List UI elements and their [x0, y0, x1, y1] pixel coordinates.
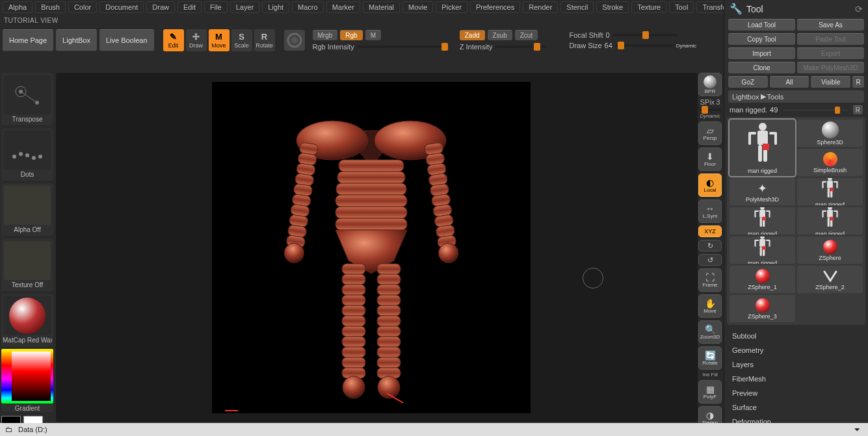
menu-tool[interactable]: Tool	[669, 1, 694, 13]
menu-render[interactable]: Render	[523, 1, 558, 13]
menu-picker[interactable]: Picker	[436, 1, 467, 13]
refresh-icon[interactable]: ⟳	[855, 4, 863, 14]
polyf-button[interactable]: ▦PolyF	[698, 380, 722, 404]
zoom3d-button[interactable]: 🔍Zoom3D	[698, 320, 722, 344]
menu-macro[interactable]: Macro	[292, 1, 324, 13]
live-boolean-button[interactable]: Live Boolean	[99, 29, 154, 51]
lsym-button[interactable]: ↔L.Sym	[698, 199, 722, 223]
lightbox-tools-bar[interactable]: Lightbox ▶ Tools	[728, 90, 864, 103]
section-layers[interactable]: Layers	[724, 357, 868, 372]
floor-button[interactable]: ⬇Floor	[698, 147, 722, 171]
export-button[interactable]: Export	[797, 47, 864, 59]
save-as-button[interactable]: Save As	[797, 19, 864, 31]
section-preview[interactable]: Preview	[724, 386, 868, 400]
section-subtool[interactable]: Subtool	[724, 329, 868, 343]
spix-slider[interactable]	[699, 109, 721, 111]
tool-zsphere_3[interactable]: ZSphere_3	[730, 295, 795, 322]
r-button[interactable]: R	[852, 76, 864, 88]
menu-movie[interactable]: Movie	[402, 1, 433, 13]
home-page-button[interactable]: Home Page	[3, 29, 53, 51]
material-tray[interactable]: MatCap Red Wax	[1, 294, 53, 346]
persp-button[interactable]: ▱Persp	[698, 122, 722, 145]
copy-tool-button[interactable]: Copy Tool	[728, 33, 795, 45]
viewport[interactable]	[56, 73, 698, 422]
tool-sphere3d[interactable]: Sphere3D	[797, 120, 863, 147]
tool-man-rigged[interactable]: man rigged	[797, 178, 863, 205]
move-mode-button[interactable]: MMove	[209, 29, 230, 51]
lightbox-button[interactable]: LightBox	[56, 29, 97, 51]
dropdown-icon[interactable]: ⏷	[851, 426, 863, 433]
load-tool-button[interactable]: Load Tool	[728, 19, 795, 31]
tool-zsphere_2[interactable]: ZSphere_2	[797, 266, 863, 293]
draw-mode-button[interactable]: ✢Draw	[186, 29, 207, 51]
menu-stroke[interactable]: Stroke	[596, 1, 629, 13]
zcut-button[interactable]: Zcut	[515, 30, 538, 40]
m-button[interactable]: M	[365, 30, 381, 40]
dynamic-label[interactable]: Dynamic	[676, 43, 696, 49]
menu-draw[interactable]: Draw	[146, 1, 175, 13]
clone-button[interactable]: Clone	[728, 62, 795, 73]
z-intensity-slider[interactable]	[495, 45, 547, 48]
svg-point-1	[291, 37, 298, 44]
menu-layer[interactable]: Layer	[230, 1, 260, 13]
tool-zsphere[interactable]: ZSphere	[797, 237, 863, 264]
texture-tray[interactable]: Texture Off	[1, 238, 53, 291]
import-button[interactable]: Import	[728, 47, 795, 59]
menu-texture[interactable]: Texture	[631, 1, 666, 13]
rotate-view-button[interactable]: 🔄Rotate	[698, 346, 722, 370]
all-button[interactable]: All	[770, 76, 809, 88]
tool-preview-slider[interactable]	[783, 109, 847, 111]
rgb-intensity-slider[interactable]	[357, 45, 448, 48]
canvas-3d[interactable]	[212, 82, 531, 413]
yz-button[interactable]: ↻	[698, 240, 722, 251]
color-picker[interactable]: Gradient	[1, 349, 53, 412]
zsub-button[interactable]: Zsub	[488, 30, 512, 40]
tool-man-rigged[interactable]: man rigged	[730, 207, 795, 235]
goz-button[interactable]: GoZ	[728, 76, 768, 88]
section-surface[interactable]: Surface	[724, 400, 868, 415]
scale-mode-button[interactable]: SScale	[231, 29, 252, 51]
move-view-button[interactable]: ✋Move	[698, 294, 722, 318]
rotate-mode-button[interactable]: RRotate	[254, 29, 275, 51]
mrgb-button[interactable]: Mrgb	[313, 30, 338, 40]
local-button[interactable]: ◐Local	[698, 173, 722, 197]
menu-color[interactable]: Color	[68, 1, 97, 13]
transpose-tray[interactable]: Transpose	[1, 73, 53, 125]
svg-point-6	[12, 155, 16, 159]
menu-stencil[interactable]: Stencil	[560, 1, 594, 13]
menu-brush[interactable]: Brush	[35, 1, 66, 13]
alpha-tray[interactable]: Alpha Off	[1, 183, 53, 236]
menu-file[interactable]: File	[204, 1, 228, 13]
r-button[interactable]: R	[853, 105, 863, 114]
menu-preferences[interactable]: Preferences	[470, 1, 520, 13]
edit-mode-button[interactable]: ✎Edit	[163, 29, 184, 51]
frame-button[interactable]: ⛶Frame	[698, 268, 722, 292]
section-geometry[interactable]: Geometry	[724, 343, 868, 357]
menu-marker[interactable]: Marker	[326, 1, 360, 13]
menu-light[interactable]: Light	[262, 1, 289, 13]
xyz-button[interactable]: XYZ	[698, 225, 722, 237]
tool-zsphere_1[interactable]: ZSphere_1	[730, 266, 795, 293]
tool-man-rigged[interactable]: man rigged	[797, 207, 863, 235]
xz-button[interactable]: ↺	[698, 254, 722, 266]
rgb-button[interactable]: Rgb	[340, 30, 362, 40]
menu-alpha[interactable]: Alpha	[3, 1, 33, 13]
bpr-button[interactable]: BPR	[698, 73, 722, 96]
make-polymesh3d-button[interactable]: Make PolyMesh3D	[797, 62, 864, 73]
draw-size-slider[interactable]	[615, 44, 674, 47]
drive-label[interactable]: Data (D:)	[18, 426, 47, 433]
stroke-dots-tray[interactable]: Dots	[1, 128, 53, 181]
tool-man-rigged[interactable]: man rigged	[730, 237, 795, 264]
zadd-button[interactable]: Zadd	[460, 30, 485, 40]
menu-document[interactable]: Document	[99, 1, 144, 13]
tool-simplebrush[interactable]: SimpleBrush	[797, 149, 863, 176]
tool-polymesh3d[interactable]: ✦PolyMesh3D	[730, 178, 795, 205]
focal-shift-slider[interactable]	[612, 34, 677, 36]
gizmo-icon[interactable]	[284, 30, 305, 51]
tool-man-rigged[interactable]: man rigged	[730, 120, 795, 176]
menu-edit[interactable]: Edit	[178, 1, 202, 13]
section-fibermesh[interactable]: FiberMesh	[724, 372, 868, 386]
menu-material[interactable]: Material	[363, 1, 400, 13]
visible-button[interactable]: Visible	[811, 76, 850, 88]
paste-tool-button[interactable]: Paste Tool	[797, 33, 864, 45]
